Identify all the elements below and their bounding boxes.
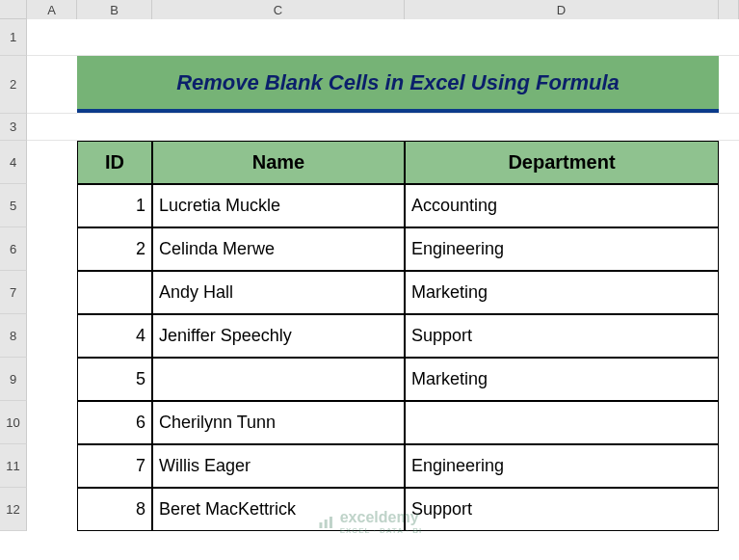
table-row: 7Willis EagerEngineering: [27, 444, 739, 488]
row-header-4[interactable]: 4: [0, 141, 27, 184]
row-header-12[interactable]: 12: [0, 488, 27, 531]
row-headers-col: 1 2 3 4 5 6 7 8 9 10 11 12: [0, 19, 27, 531]
cell-a1[interactable]: [27, 19, 77, 55]
cell-dept[interactable]: Marketing: [405, 271, 719, 314]
table-row: 6Cherilynn Tunn: [27, 401, 739, 444]
cell-id[interactable]: [77, 271, 152, 314]
cell-dept[interactable]: [405, 401, 719, 444]
chart-icon: [317, 514, 334, 531]
cell-id[interactable]: 6: [77, 401, 152, 444]
table-header-row: ID Name Department: [27, 141, 739, 184]
cell-a6[interactable]: [27, 227, 77, 271]
cell-name[interactable]: Willis Eager: [152, 444, 405, 488]
table-header-name[interactable]: Name: [152, 141, 405, 184]
cell-id[interactable]: 4: [77, 314, 152, 358]
svg-rect-2: [329, 517, 331, 528]
cell-id[interactable]: 5: [77, 358, 152, 401]
cell-dept[interactable]: Accounting: [405, 184, 719, 227]
row-header-8[interactable]: 8: [0, 314, 27, 358]
sheet-content: Remove Blank Cells in Excel Using Formul…: [27, 19, 739, 531]
cell-b3[interactable]: [77, 114, 152, 140]
table-row: 2Celinda MerweEngineering: [27, 227, 739, 271]
table-row: Andy HallMarketing: [27, 271, 739, 314]
cell-dept[interactable]: Marketing: [405, 358, 719, 401]
row-header-7[interactable]: 7: [0, 271, 27, 314]
row-header-2[interactable]: 2: [0, 56, 27, 114]
page-title[interactable]: Remove Blank Cells in Excel Using Formul…: [77, 56, 719, 113]
cell-c3[interactable]: [152, 114, 405, 140]
cell-name[interactable]: Cherilynn Tunn: [152, 401, 405, 444]
cell-c1[interactable]: [152, 19, 405, 55]
table-row: 1Lucretia MuckleAccounting: [27, 184, 739, 227]
cell-id[interactable]: 2: [77, 227, 152, 271]
cell-dept[interactable]: Engineering: [405, 444, 719, 488]
cell-d1[interactable]: [405, 19, 719, 55]
row-2: Remove Blank Cells in Excel Using Formul…: [27, 56, 739, 114]
col-header-a[interactable]: A: [27, 0, 77, 19]
cell-dept[interactable]: Engineering: [405, 227, 719, 271]
svg-rect-0: [319, 522, 322, 528]
cell-a10[interactable]: [27, 401, 77, 444]
row-header-3[interactable]: 3: [0, 114, 27, 141]
watermark-sub: EXCEL · DATA · BI: [340, 526, 423, 535]
svg-rect-1: [324, 520, 327, 528]
table-header-dept[interactable]: Department: [405, 141, 719, 184]
cell-id[interactable]: 7: [77, 444, 152, 488]
cell-name[interactable]: Lucretia Muckle: [152, 184, 405, 227]
watermark: exceldemy EXCEL · DATA · BI: [317, 509, 423, 535]
col-header-c[interactable]: C: [152, 0, 405, 19]
cell-a8[interactable]: [27, 314, 77, 358]
cell-b1[interactable]: [77, 19, 152, 55]
cell-name[interactable]: [152, 358, 405, 401]
cell-dept[interactable]: Support: [405, 314, 719, 358]
cell-d3[interactable]: [405, 114, 719, 140]
watermark-brand: exceldemy: [340, 509, 419, 525]
col-header-d[interactable]: D: [405, 0, 719, 19]
column-headers-row: A B C D: [0, 0, 739, 19]
row-3: [27, 114, 739, 141]
select-all-corner[interactable]: [0, 0, 27, 19]
cell-a3[interactable]: [27, 114, 77, 140]
row-1: [27, 19, 739, 56]
row-header-5[interactable]: 5: [0, 184, 27, 227]
cell-a2[interactable]: [27, 56, 77, 113]
cell-a9[interactable]: [27, 358, 77, 401]
cell-a4[interactable]: [27, 141, 77, 184]
cell-dept[interactable]: Support: [405, 488, 719, 531]
cell-a7[interactable]: [27, 271, 77, 314]
cell-a12[interactable]: [27, 488, 77, 531]
cell-id[interactable]: 1: [77, 184, 152, 227]
table-header-id[interactable]: ID: [77, 141, 152, 184]
spreadsheet-grid: A B C D 1 2 3 4 5 6 7 8 9 10 11 12 Remov…: [0, 0, 739, 560]
row-header-11[interactable]: 11: [0, 444, 27, 488]
table-row: 5Marketing: [27, 358, 739, 401]
cell-name[interactable]: Andy Hall: [152, 271, 405, 314]
table-row: 4Jeniffer SpeechlySupport: [27, 314, 739, 358]
col-header-b[interactable]: B: [77, 0, 152, 19]
row-header-6[interactable]: 6: [0, 227, 27, 271]
row-header-9[interactable]: 9: [0, 358, 27, 401]
cell-a5[interactable]: [27, 184, 77, 227]
row-header-1[interactable]: 1: [0, 19, 27, 56]
cell-name[interactable]: Jeniffer Speechly: [152, 314, 405, 358]
col-header-e[interactable]: [719, 0, 739, 19]
cell-name[interactable]: Celinda Merwe: [152, 227, 405, 271]
cell-a11[interactable]: [27, 444, 77, 488]
cell-id[interactable]: 8: [77, 488, 152, 531]
row-header-10[interactable]: 10: [0, 401, 27, 444]
